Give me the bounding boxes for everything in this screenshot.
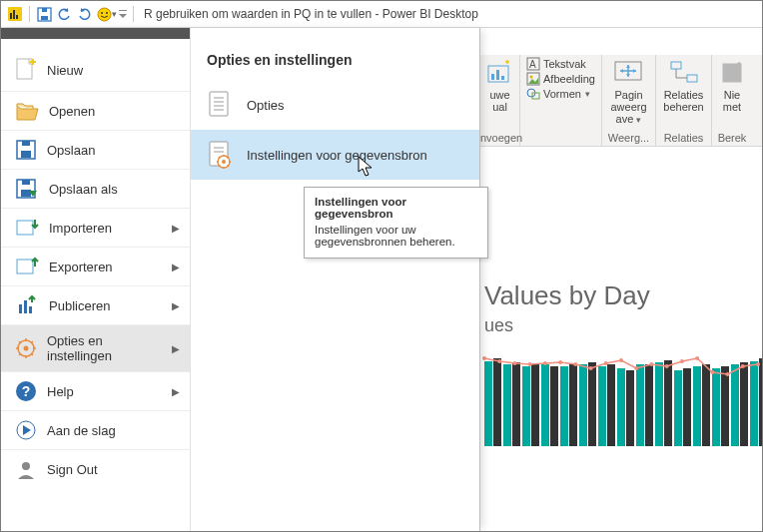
save-icon [15, 139, 37, 161]
tooltip: Instellingen voor gegevensbron Instellin… [304, 187, 488, 259]
open-icon [15, 100, 39, 122]
svg-rect-5 [41, 16, 48, 20]
settings-icon [15, 337, 37, 359]
svg-rect-22 [671, 62, 681, 69]
bar-pair [693, 364, 710, 446]
start-icon [15, 419, 37, 441]
chart[interactable] [480, 346, 762, 446]
svg-rect-10 [119, 10, 127, 11]
svg-rect-70 [210, 92, 228, 116]
chevron-right-icon: ▶ [172, 343, 180, 354]
saveas-icon [15, 178, 39, 200]
svg-text:?: ? [22, 383, 31, 399]
file-item-label: Importeren [49, 221, 162, 236]
title-bar: ▾ R gebruiken om waarden in PQ in te vul… [1, 1, 762, 28]
window-title: R gebruiken om waarden in PQ in te vulle… [144, 7, 478, 21]
svg-point-18 [530, 76, 533, 79]
help-icon: ? [15, 380, 37, 402]
file-item-label: Opslaan [47, 143, 180, 158]
svg-text:A: A [529, 59, 536, 70]
bar-pair [598, 364, 615, 446]
bar-pair [655, 360, 672, 446]
chart-subtitle: ues [484, 315, 762, 336]
bar-pair [731, 362, 748, 446]
save-icon[interactable] [35, 5, 53, 23]
file-backstage: NieuwOpenenOpslaanOpslaan alsImporteren▶… [1, 28, 480, 531]
file-item-start[interactable]: Aan de slag [1, 411, 190, 449]
file-item-label: Openen [49, 104, 180, 119]
chevron-right-icon: ▶ [172, 386, 180, 397]
options-icon [207, 90, 233, 120]
file-item-saveas[interactable]: Opslaan als [1, 170, 190, 208]
svg-rect-52 [17, 260, 33, 273]
ribbon-group-insert-label: Invoegen [477, 132, 522, 146]
svg-rect-14 [501, 76, 504, 80]
options-item[interactable]: Opties [191, 80, 479, 130]
file-item-label: Publiceren [49, 298, 162, 313]
svg-point-34 [619, 358, 623, 362]
svg-point-57 [24, 346, 29, 351]
import-icon [15, 217, 39, 239]
ribbon-group-view-label: Weerg... [608, 132, 649, 146]
file-item-open[interactable]: Openen [1, 92, 190, 130]
svg-rect-6 [42, 8, 47, 12]
file-item-signout[interactable]: Sign Out [1, 450, 190, 488]
file-item-import[interactable]: Importeren▶ [1, 209, 190, 247]
ribbon-image[interactable]: Afbeelding [526, 72, 595, 86]
qat-customize-icon[interactable] [118, 5, 128, 23]
chart-title: Values by Day [484, 280, 762, 311]
settings-panel: Opties en instellingen Opties [191, 28, 479, 531]
ribbon-textbox[interactable]: A Tekstvak [526, 57, 595, 71]
chevron-right-icon: ▶ [172, 223, 180, 234]
data-source-settings-item[interactable]: Instellingen voor gegevensbron [191, 130, 479, 180]
tooltip-title: Instellingen voor gegevensbron [315, 196, 477, 220]
tooltip-body: Instellingen voor uw gegevensbronnen beh… [315, 224, 477, 248]
bar-pair [560, 364, 577, 446]
data-source-settings-icon [207, 140, 233, 170]
ribbon-new-visual[interactable]: uwe ual [484, 57, 516, 113]
file-item-help[interactable]: ?Help▶ [1, 372, 190, 410]
chevron-right-icon: ▶ [172, 262, 180, 272]
smiley-icon[interactable] [95, 5, 113, 23]
svg-rect-47 [22, 141, 30, 146]
file-item-label: Opslaan als [49, 182, 180, 197]
settings-panel-title: Opties en instellingen [191, 28, 479, 80]
undo-icon[interactable] [55, 5, 73, 23]
file-item-label: Help [47, 384, 162, 399]
bar-pair [750, 358, 763, 446]
options-item-label: Opties [247, 98, 285, 113]
file-item-export[interactable]: Exporteren▶ [1, 248, 190, 285]
file-item-label: Nieuw [47, 63, 180, 78]
ribbon-group-calc-label: Berek [718, 132, 747, 146]
ribbon-manage-relations[interactable]: Relaties beheren [663, 57, 703, 113]
signout-icon [15, 458, 37, 480]
svg-rect-24 [723, 64, 741, 82]
bar-pair [636, 364, 653, 446]
bar-pair [541, 364, 558, 446]
smiley-dropdown-caret[interactable]: ▾ [112, 9, 117, 19]
file-item-save[interactable]: Opslaan [1, 131, 190, 169]
svg-point-69 [22, 462, 30, 470]
bar-pair [579, 362, 596, 446]
svg-rect-12 [491, 74, 494, 80]
bar-pair [522, 364, 539, 446]
ribbon-new-measure: Nie met [716, 57, 748, 113]
bar-pair [503, 362, 520, 446]
svg-point-8 [101, 12, 103, 14]
svg-rect-51 [17, 221, 33, 235]
redo-icon[interactable] [75, 5, 93, 23]
file-item-new[interactable]: Nieuw [1, 49, 190, 91]
ribbon-tab-strip [480, 28, 762, 55]
svg-point-79 [222, 160, 226, 164]
svg-rect-13 [496, 70, 499, 80]
svg-rect-50 [22, 180, 30, 185]
svg-rect-2 [13, 10, 15, 19]
ribbon-shapes[interactable]: Vormen▾ [526, 87, 595, 101]
file-item-label: Aan de slag [47, 423, 180, 438]
data-source-settings-item-label: Instellingen voor gegevensbron [247, 148, 427, 163]
ribbon-page-view[interactable]: Pagin aweerg ave ▾ [610, 57, 646, 125]
ribbon-group-relations-label: Relaties [664, 132, 704, 146]
ribbon: uwe ual Invoegen A Tekstvak Afbeelding V… [480, 55, 762, 147]
file-item-settings[interactable]: Opties en instellingen▶ [1, 325, 190, 371]
file-item-publish[interactable]: Publiceren▶ [1, 286, 190, 324]
